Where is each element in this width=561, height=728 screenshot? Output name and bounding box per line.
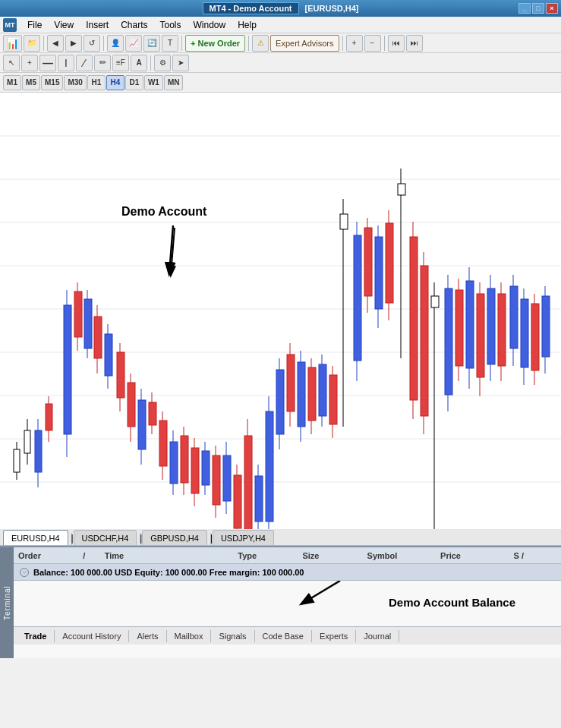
tab-sep3: |: [210, 533, 211, 545]
svg-rect-65: [308, 367, 316, 421]
svg-rect-99: [498, 294, 506, 366]
title-bar: MT4 - Demo Account [EURUSD,H4] _ □ ×: [0, 0, 561, 17]
svg-rect-49: [223, 455, 231, 501]
tab-codebase[interactable]: Code Base: [255, 630, 312, 642]
svg-rect-31: [128, 383, 135, 427]
tb-new-chart[interactable]: 📊: [3, 35, 22, 52]
app-logo: MT: [3, 18, 17, 32]
tb-alert-icon[interactable]: ⚠: [252, 35, 269, 52]
tb-zoom-in[interactable]: +: [346, 35, 363, 52]
chart-tab-gbpusd[interactable]: GBPUSD,H4: [142, 530, 207, 545]
svg-rect-51: [234, 475, 241, 528]
svg-rect-85: [421, 266, 428, 416]
tab-sep1: |: [71, 533, 72, 545]
col-type: Type: [238, 551, 298, 560]
balance-arrow: [14, 581, 561, 626]
balance-icon: ○: [20, 568, 29, 577]
chart-tab-eurusd[interactable]: EURUSD,H4: [3, 530, 68, 545]
tf-d1[interactable]: D1: [125, 75, 143, 90]
toolbar1: 📊 📁 ◀ ▶ ↺ 👤 📈 🔄 T + New Order ⚠ Expert A…: [0, 33, 561, 53]
tf-h4[interactable]: H4: [106, 75, 124, 90]
maximize-btn[interactable]: □: [532, 3, 544, 14]
svg-rect-43: [191, 448, 199, 493]
svg-rect-35: [149, 402, 156, 425]
title-text: MT4 - Demo Account: [203, 2, 299, 14]
tab-trade[interactable]: Trade: [17, 630, 55, 642]
title-symbol: [EURUSD,H4]: [305, 4, 359, 13]
tab-account-history[interactable]: Account History: [55, 630, 129, 642]
chart-area[interactable]: Demo Account: [0, 93, 561, 529]
tb-profile[interactable]: 👤: [107, 35, 124, 52]
svg-rect-41: [181, 436, 188, 483]
svg-rect-67: [319, 364, 326, 416]
tf-h1[interactable]: H1: [87, 75, 106, 90]
svg-rect-59: [276, 370, 284, 434]
tf-m5[interactable]: M5: [22, 75, 40, 90]
svg-rect-73: [354, 235, 361, 361]
svg-rect-45: [202, 451, 210, 485]
tb-open[interactable]: 📁: [24, 35, 40, 52]
svg-rect-15: [35, 430, 42, 472]
tb-back[interactable]: ◀: [47, 35, 64, 52]
tf-m1[interactable]: M1: [3, 75, 21, 90]
expert-advisors-btn[interactable]: Expert Advisors: [270, 35, 339, 52]
svg-rect-107: [542, 296, 550, 357]
tb-fwd[interactable]: ▶: [65, 35, 82, 52]
chart-tab-usdjpy[interactable]: USDJPY,H4: [213, 530, 274, 545]
svg-rect-39: [170, 442, 178, 484]
col-size: Size: [302, 551, 362, 560]
tab-mailbox[interactable]: Mailbox: [167, 630, 212, 642]
tb-tpl[interactable]: T: [162, 35, 178, 52]
svg-rect-75: [364, 228, 372, 296]
svg-line-111: [302, 581, 340, 604]
tab-signals[interactable]: Signals: [211, 630, 254, 642]
svg-rect-33: [138, 400, 146, 449]
tb-cursor[interactable]: ↖: [3, 55, 20, 71]
tf-m15[interactable]: M15: [41, 75, 63, 90]
tb-pencil[interactable]: ✏: [94, 55, 111, 71]
tb-scroll-left[interactable]: ⏮: [388, 35, 405, 52]
tb-indicator[interactable]: 📈: [125, 35, 142, 52]
menu-charts[interactable]: Charts: [115, 18, 153, 32]
svg-rect-101: [510, 286, 518, 348]
svg-rect-61: [287, 355, 295, 411]
svg-rect-69: [329, 375, 337, 424]
col-sort[interactable]: /: [83, 551, 100, 560]
tb-crosshair[interactable]: +: [21, 55, 38, 71]
sep-draw: [150, 55, 151, 71]
tb-properties[interactable]: ⚙: [154, 55, 171, 71]
tb-scroll-right[interactable]: ⏭: [406, 35, 423, 52]
menu-view[interactable]: View: [48, 18, 80, 32]
terminal-tabs: Trade Account History Alerts Mailbox Sig…: [14, 626, 561, 644]
tb-hline[interactable]: —: [39, 55, 56, 71]
sep6: [384, 36, 385, 51]
close-btn[interactable]: ×: [546, 3, 558, 14]
menu-window[interactable]: Window: [188, 18, 232, 32]
tb-refresh[interactable]: ↺: [84, 35, 100, 52]
tf-m30[interactable]: M30: [64, 75, 86, 90]
tb-arrow[interactable]: ➤: [172, 55, 189, 71]
menu-insert[interactable]: Insert: [80, 18, 115, 32]
svg-rect-81: [398, 184, 405, 195]
tb-period[interactable]: 🔄: [143, 35, 160, 52]
menu-bar: MT File View Insert Charts Tools Window …: [0, 17, 561, 33]
tb-text[interactable]: A: [131, 55, 147, 71]
menu-help[interactable]: Help: [232, 18, 263, 32]
menu-file[interactable]: File: [21, 18, 48, 32]
chart-tab-usdchf[interactable]: USDCHF,H4: [74, 530, 137, 545]
svg-rect-103: [521, 299, 528, 367]
tf-mn[interactable]: MN: [164, 75, 184, 90]
tab-experts[interactable]: Experts: [312, 630, 356, 642]
minimize-btn[interactable]: _: [518, 3, 531, 14]
tb-zoom-out[interactable]: −: [364, 35, 381, 52]
tb-trendline[interactable]: ∕: [76, 55, 93, 71]
new-order-btn[interactable]: + New Order: [185, 35, 245, 52]
tb-fibo[interactable]: ≡F: [112, 55, 129, 71]
svg-rect-53: [244, 436, 252, 529]
menu-tools[interactable]: Tools: [154, 18, 188, 32]
tb-vline[interactable]: |: [58, 55, 74, 71]
tab-alerts[interactable]: Alerts: [129, 630, 166, 642]
svg-rect-83: [410, 237, 418, 400]
tab-journal[interactable]: Journal: [356, 630, 399, 642]
tf-w1[interactable]: W1: [144, 75, 163, 90]
